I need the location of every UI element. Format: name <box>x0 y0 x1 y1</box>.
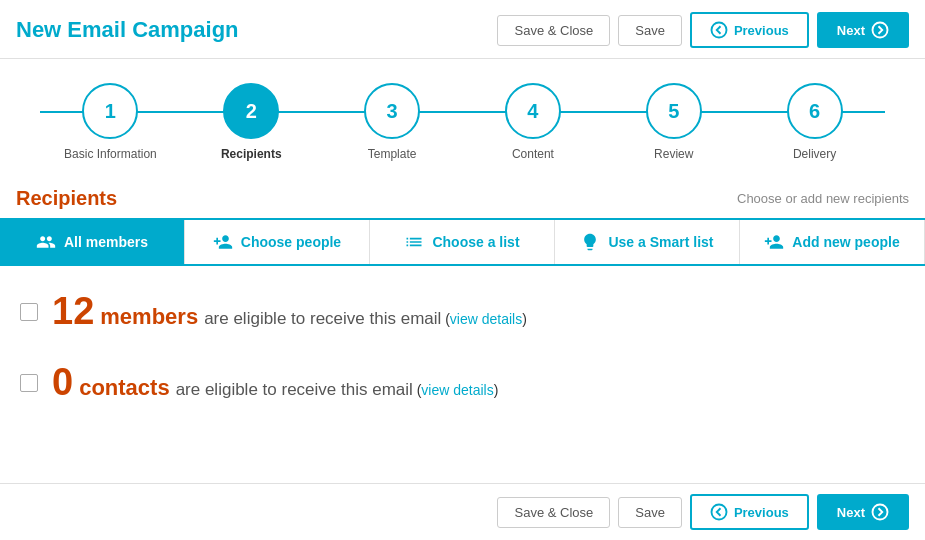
contacts-view-details-link[interactable]: view details <box>421 382 493 398</box>
step-circle-4: 4 <box>505 83 561 139</box>
recipients-title: Recipients <box>16 187 117 210</box>
previous-button-top[interactable]: Previous <box>690 12 809 48</box>
tab-icon-smart-list <box>580 232 600 252</box>
tab-icon-add-new <box>764 232 784 252</box>
contacts-text: 0contactsare eligible to receive this em… <box>52 361 498 404</box>
tabs-bar: All members Choose people Choose a list … <box>0 218 925 266</box>
chevron-left-icon <box>710 21 728 39</box>
top-bar: New Email Campaign Save & Close Save Pre… <box>0 0 925 59</box>
svg-point-3 <box>873 505 888 520</box>
page-title: New Email Campaign <box>16 17 239 43</box>
recipients-hint: Choose or add new recipients <box>737 191 909 206</box>
save-button-top[interactable]: Save <box>618 15 682 46</box>
chevron-left-icon-bottom <box>710 503 728 521</box>
members-row: 12membersare eligible to receive this em… <box>20 290 905 333</box>
tab-add-new[interactable]: Add new people <box>740 220 925 264</box>
step-label-4: Content <box>512 147 554 161</box>
contacts-eligible-text: are eligible to receive this email <box>176 380 413 399</box>
next-button-top[interactable]: Next <box>817 12 909 48</box>
svg-point-1 <box>873 23 888 38</box>
step-2[interactable]: 2 Recipients <box>181 83 322 161</box>
step-label-1: Basic Information <box>64 147 157 161</box>
stepper-container: 1 Basic Information 2 Recipients 3 Templ… <box>0 59 925 171</box>
step-label-2: Recipients <box>221 147 282 161</box>
chevron-right-icon <box>871 21 889 39</box>
tab-label-choose-list: Choose a list <box>432 234 519 250</box>
step-circle-1: 1 <box>82 83 138 139</box>
previous-button-bottom[interactable]: Previous <box>690 494 809 530</box>
tab-icon-all-members <box>36 232 56 252</box>
step-6[interactable]: 6 Delivery <box>744 83 885 161</box>
step-label-6: Delivery <box>793 147 836 161</box>
next-button-bottom[interactable]: Next <box>817 494 909 530</box>
members-count: 12 <box>52 290 94 332</box>
contacts-label: contacts <box>79 375 169 400</box>
svg-point-2 <box>711 505 726 520</box>
step-circle-3: 3 <box>364 83 420 139</box>
top-actions: Save & Close Save Previous Next <box>497 12 909 48</box>
content-area: 12membersare eligible to receive this em… <box>0 266 925 456</box>
members-checkbox[interactable] <box>20 303 38 321</box>
step-3[interactable]: 3 Template <box>322 83 463 161</box>
members-view-details-link[interactable]: view details <box>450 311 522 327</box>
contacts-count: 0 <box>52 361 73 403</box>
contacts-checkbox[interactable] <box>20 374 38 392</box>
save-button-bottom[interactable]: Save <box>618 497 682 528</box>
tab-label-all-members: All members <box>64 234 148 250</box>
tab-icon-choose-list <box>404 232 424 252</box>
contacts-row: 0contactsare eligible to receive this em… <box>20 361 905 404</box>
svg-point-0 <box>711 23 726 38</box>
section-header: Recipients Choose or add new recipients <box>0 171 925 218</box>
chevron-right-icon-bottom <box>871 503 889 521</box>
tab-choose-people[interactable]: Choose people <box>185 220 370 264</box>
bottom-bar: Save & Close Save Previous Next <box>0 483 925 540</box>
members-text: 12membersare eligible to receive this em… <box>52 290 527 333</box>
tab-label-smart-list: Use a Smart list <box>608 234 713 250</box>
step-5[interactable]: 5 Review <box>603 83 744 161</box>
save-close-button-bottom[interactable]: Save & Close <box>497 497 610 528</box>
step-1[interactable]: 1 Basic Information <box>40 83 181 161</box>
save-close-button-top[interactable]: Save & Close <box>497 15 610 46</box>
step-circle-5: 5 <box>646 83 702 139</box>
tab-label-add-new: Add new people <box>792 234 899 250</box>
step-4[interactable]: 4 Content <box>462 83 603 161</box>
step-label-3: Template <box>368 147 417 161</box>
members-label: members <box>100 304 198 329</box>
step-label-5: Review <box>654 147 693 161</box>
members-eligible-text: are eligible to receive this email <box>204 309 441 328</box>
tab-icon-choose-people <box>213 232 233 252</box>
step-circle-2: 2 <box>223 83 279 139</box>
tab-label-choose-people: Choose people <box>241 234 341 250</box>
tab-choose-list[interactable]: Choose a list <box>370 220 555 264</box>
tab-all-members[interactable]: All members <box>0 220 185 264</box>
stepper: 1 Basic Information 2 Recipients 3 Templ… <box>40 83 885 161</box>
tab-smart-list[interactable]: Use a Smart list <box>555 220 740 264</box>
step-circle-6: 6 <box>787 83 843 139</box>
